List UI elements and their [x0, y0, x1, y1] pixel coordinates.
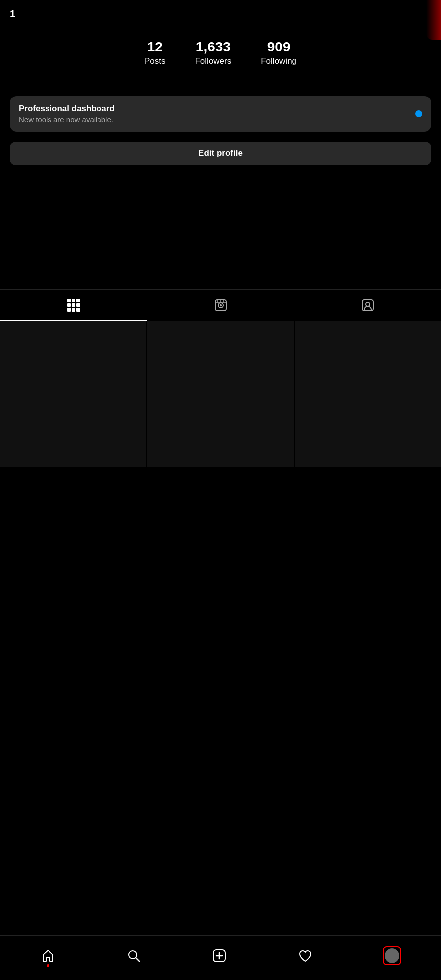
grid-cell [76, 308, 80, 311]
posts-grid [0, 321, 441, 467]
tagged-icon [361, 298, 375, 312]
followers-count: 1,633 [196, 40, 231, 55]
nav-home[interactable] [32, 943, 64, 968]
grid-post[interactable] [0, 321, 146, 467]
posts-label: Posts [145, 56, 166, 66]
following-count: 909 [267, 40, 291, 55]
tab-grid[interactable] [0, 290, 147, 321]
reels-tab-icon [214, 298, 228, 312]
dashboard-subtitle: New tools are now available. [19, 115, 115, 124]
posts-stat[interactable]: 12 Posts [145, 40, 166, 66]
create-svg-icon [212, 948, 227, 963]
svg-marker-7 [220, 304, 222, 307]
posts-count: 12 [147, 40, 163, 55]
svg-line-11 [136, 958, 139, 961]
stats-row: 12 Posts 1,633 Followers 909 Following [15, 40, 426, 66]
home-svg-icon [41, 948, 55, 963]
nav-profile[interactable] [375, 942, 409, 969]
grid-cell [76, 299, 80, 302]
grid-cell [72, 308, 75, 311]
following-stat[interactable]: 909 Following [261, 40, 296, 66]
tagged-tab-icon [361, 298, 375, 312]
grid-post[interactable] [147, 321, 294, 467]
followers-label: Followers [195, 56, 231, 66]
dashboard-text: Professional dashboard New tools are now… [19, 104, 115, 124]
status-time: 1 [10, 8, 15, 20]
tab-reels[interactable] [147, 290, 294, 321]
tabs-row [0, 289, 441, 321]
followers-stat[interactable]: 1,633 Followers [195, 40, 231, 66]
nav-search[interactable] [117, 943, 150, 968]
professional-dashboard-card[interactable]: Professional dashboard New tools are now… [10, 96, 431, 132]
status-bar: 1 [0, 0, 441, 25]
profile-section: 12 Posts 1,633 Followers 909 Following [0, 25, 441, 91]
search-svg-icon [126, 948, 141, 963]
home-icon [40, 947, 56, 964]
grid-cell [67, 308, 71, 311]
search-icon [125, 947, 142, 964]
grid-tab-icon [67, 298, 81, 312]
tab-tagged[interactable] [294, 290, 441, 321]
reels-icon [214, 298, 228, 312]
profile-nav-wrapper [383, 946, 401, 965]
profile-content-spacer [0, 170, 441, 279]
grid-post[interactable] [295, 321, 441, 467]
heart-svg-icon [298, 948, 313, 963]
posts-grid-area [0, 321, 441, 519]
grid-cell [76, 303, 80, 307]
nav-activity[interactable] [289, 943, 322, 968]
create-icon [211, 947, 228, 964]
profile-nav-avatar [385, 948, 399, 963]
svg-point-9 [366, 302, 370, 306]
dashboard-title: Professional dashboard [19, 104, 115, 114]
heart-icon [297, 947, 314, 964]
grid-cell [72, 303, 75, 307]
grid-cell [67, 303, 71, 307]
grid-cell [72, 299, 75, 302]
following-label: Following [261, 56, 296, 66]
home-notification-dot [47, 964, 49, 967]
camera-peek [426, 0, 441, 40]
bottom-nav [0, 935, 441, 980]
dashboard-notification-dot [415, 110, 422, 117]
grid-icon [67, 299, 80, 312]
grid-cell [67, 299, 71, 302]
edit-profile-button[interactable]: Edit profile [10, 142, 431, 165]
nav-create[interactable] [203, 943, 236, 968]
